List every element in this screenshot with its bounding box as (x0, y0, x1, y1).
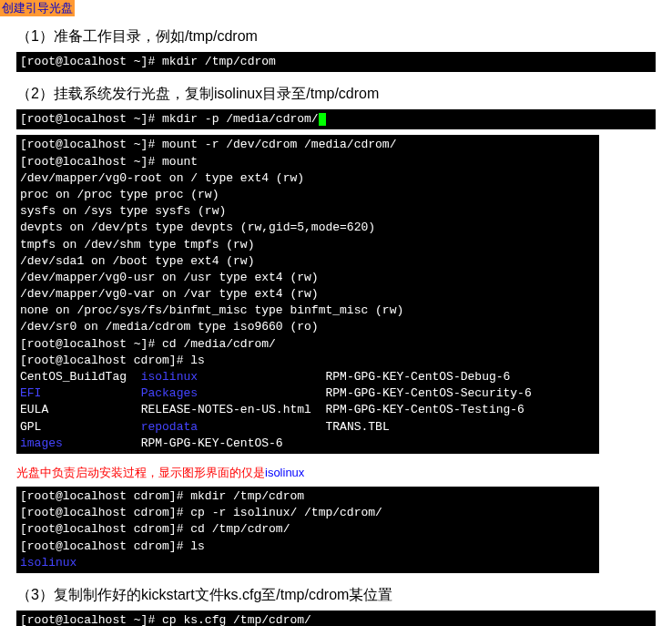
terminal-step1: [root@localhost ~]# mkdir /tmp/cdrom (16, 52, 656, 72)
mount-output: [root@localhost ~]# mount -r /dev/cdrom … (20, 138, 403, 366)
note-prefix: 光盘中负责启动安装过程，显示图形界面的仅是 (16, 466, 265, 479)
ls-c3: RPM-GPG-KEY-CentOS-Testing-6 (325, 403, 524, 416)
ls-c1: GPL (20, 420, 41, 434)
ls-c2: RELEASE-NOTES-en-US.html (141, 403, 311, 416)
ls-c2: repodata (141, 420, 198, 434)
ls-c2: RPM-GPG-KEY-CentOS-6 (141, 436, 283, 450)
ls-c1: EULA (20, 403, 48, 416)
ls-c1: EFI (20, 386, 41, 400)
ls-c2: Packages (141, 386, 198, 400)
ls-c3: TRANS.TBL (325, 420, 389, 434)
section-tag: 创建引导光盘 (0, 0, 75, 16)
terminal-step2-copy: [root@localhost cdrom]# mkdir /tmp/cdrom… (16, 487, 599, 573)
copy-ls-output: isolinux (20, 556, 76, 570)
terminal-step2-mkdir: [root@localhost ~]# mkdir -p /media/cdro… (16, 109, 656, 129)
step1-title: （1）准备工作目录，例如/tmp/cdrom (0, 20, 672, 52)
ls-c1: CentOS_BuildTag (20, 370, 127, 384)
terminal-step2-mount: [root@localhost ~]# mount -r /dev/cdrom … (16, 135, 599, 454)
ls-c3: RPM-GPG-KEY-CentOS-Debug-6 (326, 370, 511, 384)
cursor-icon (319, 113, 326, 126)
step3-title: （3）复制制作好的kickstart文件ks.cfg至/tmp/cdrom某位置 (0, 579, 672, 611)
ls-c3: RPM-GPG-KEY-CentOS-Security-6 (325, 386, 531, 400)
cmd-text: [root@localhost ~]# mkdir -p /media/cdro… (20, 112, 319, 126)
terminal-step3-cp: [root@localhost ~]# cp ks.cfg /tmp/cdrom… (16, 611, 656, 626)
ls-c2: isolinux (141, 370, 198, 384)
ls-c1: images (20, 436, 63, 450)
note-highlight: isolinux (265, 466, 304, 479)
copy-cmds: [root@localhost cdrom]# mkdir /tmp/cdrom… (20, 489, 382, 553)
step2-title: （2）挂载系统发行光盘，复制isolinux目录至/tmp/cdrom (0, 77, 672, 109)
note-isolinux: 光盘中负责启动安装过程，显示图形界面的仅是isolinux (0, 459, 672, 487)
